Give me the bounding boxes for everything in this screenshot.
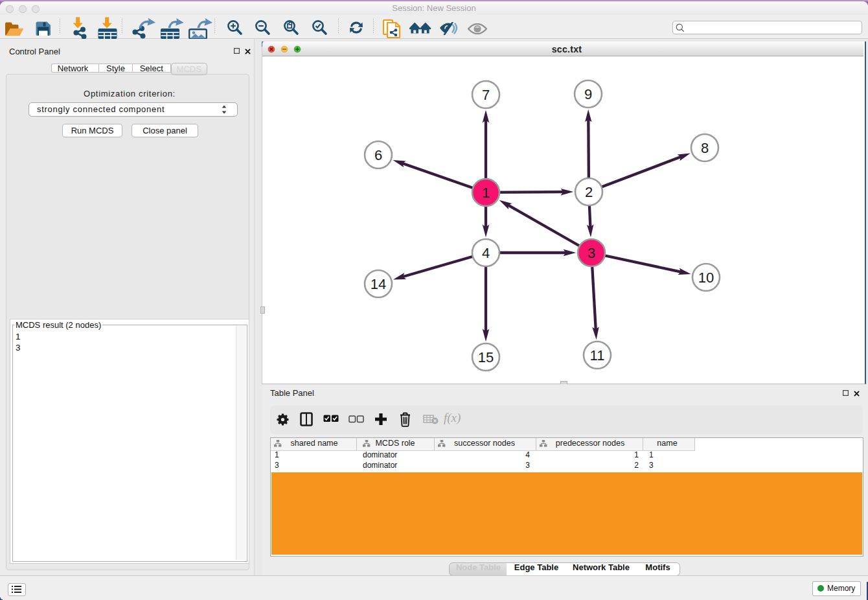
svg-text:6: 6 bbox=[374, 147, 382, 163]
svg-text:2: 2 bbox=[585, 184, 593, 200]
svg-text:11: 11 bbox=[590, 347, 605, 363]
svg-text:9: 9 bbox=[584, 86, 592, 102]
svg-text:4: 4 bbox=[482, 245, 490, 261]
svg-text:7: 7 bbox=[482, 87, 490, 103]
svg-text:15: 15 bbox=[478, 349, 494, 365]
svg-text:14: 14 bbox=[371, 276, 386, 292]
svg-text:1: 1 bbox=[482, 185, 490, 201]
svg-text:10: 10 bbox=[698, 270, 714, 286]
svg-text:8: 8 bbox=[701, 140, 709, 156]
svg-text:3: 3 bbox=[588, 245, 595, 261]
